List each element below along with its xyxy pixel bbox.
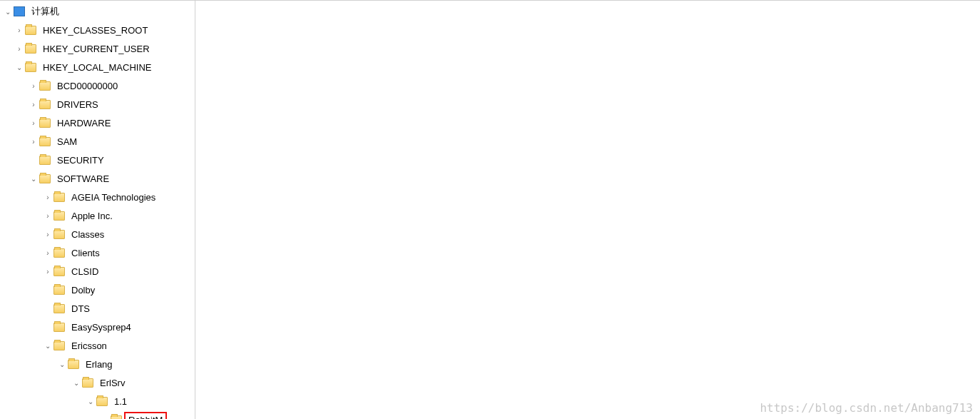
chevron-right-icon[interactable]: ›: [29, 99, 39, 109]
tree-label: Erlang: [83, 358, 115, 370]
folder-icon: [25, 26, 36, 35]
tree-node-erlsrv[interactable]: ⌄ ErlSrv: [0, 373, 195, 392]
chevron-down-icon[interactable]: ⌄: [43, 340, 53, 350]
folder-icon: [39, 137, 51, 146]
folder-icon: [82, 378, 93, 388]
folder-icon: [111, 415, 122, 420]
folder-icon: [25, 44, 36, 54]
registry-tree[interactable]: ⌄ 计算机 › HKEY_CLASSES_ROOT › HKEY_CURRENT…: [0, 1, 195, 419]
tree-node-dts[interactable]: DTS: [0, 299, 195, 318]
tree-label: SOFTWARE: [55, 173, 111, 185]
watermark-text: https://blog.csdn.net/Anbang713: [760, 401, 973, 415]
chevron-right-icon[interactable]: ›: [29, 81, 39, 91]
tree-node-hklm[interactable]: ⌄ HKEY_LOCAL_MACHINE: [0, 58, 195, 76]
tree-label: 计算机: [29, 4, 61, 19]
tree-node-apple[interactable]: › Apple Inc.: [0, 206, 195, 225]
tree-node-software[interactable]: ⌄ SOFTWARE: [0, 169, 195, 188]
tree-label: 1.1: [112, 395, 129, 408]
tree-node-11[interactable]: ⌄ 1.1: [0, 392, 195, 410]
tree-label: CLSID: [69, 266, 101, 278]
tree-label: HARDWARE: [55, 117, 113, 129]
chevron-right-icon[interactable]: ›: [43, 229, 53, 239]
tree-node-dolby[interactable]: Dolby: [0, 281, 195, 299]
chevron-down-icon[interactable]: ⌄: [86, 396, 96, 406]
folder-icon: [53, 248, 65, 258]
chevron-right-icon[interactable]: ›: [43, 192, 53, 202]
tree-label: RabbitM: [126, 414, 165, 420]
folder-icon: [96, 397, 108, 406]
chevron-down-icon[interactable]: ⌄: [14, 62, 24, 72]
tree-node-hkcu[interactable]: › HKEY_CURRENT_USER: [0, 39, 195, 58]
folder-icon: [68, 360, 79, 369]
chevron-down-icon[interactable]: ⌄: [57, 359, 67, 369]
tree-label: Clients: [69, 247, 102, 259]
folder-icon: [53, 230, 65, 239]
tree-label: ErlSrv: [98, 377, 127, 389]
tree-label: EasySysprep4: [69, 321, 133, 333]
tree-label: Apple Inc.: [69, 210, 115, 222]
chevron-right-icon[interactable]: ›: [43, 248, 53, 258]
tree-label: Dolby: [69, 284, 97, 296]
tree-node-ageia[interactable]: › AGEIA Technologies: [0, 188, 195, 206]
tree-label: HKEY_CLASSES_ROOT: [41, 24, 150, 36]
tree-label: BCD00000000: [55, 80, 120, 92]
folder-icon: [53, 341, 65, 350]
chevron-right-icon[interactable]: ›: [43, 211, 53, 221]
tree-node-classes[interactable]: › Classes: [0, 225, 195, 243]
tree-node-easysys[interactable]: EasySysprep4: [0, 318, 195, 336]
chevron-right-icon[interactable]: ›: [29, 136, 39, 146]
tree-node-erlang[interactable]: ⌄ Erlang: [0, 355, 195, 373]
folder-icon: [39, 81, 51, 91]
tree-node-hardware[interactable]: › HARDWARE: [0, 113, 195, 132]
folder-icon: [25, 63, 36, 72]
chevron-right-icon[interactable]: ›: [29, 118, 39, 128]
tree-label: SAM: [55, 136, 79, 148]
chevron-down-icon[interactable]: ⌄: [3, 6, 13, 16]
tree-node-bcd[interactable]: › BCD00000000: [0, 76, 195, 95]
tree-node-sam[interactable]: › SAM: [0, 132, 195, 151]
tree-label: HKEY_LOCAL_MACHINE: [41, 61, 153, 74]
chevron-right-icon[interactable]: ›: [14, 44, 24, 54]
tree-node-drivers[interactable]: › DRIVERS: [0, 95, 195, 113]
tree-label: SECURITY: [55, 154, 106, 166]
tree-label: DRIVERS: [55, 99, 101, 111]
tree-node-computer[interactable]: ⌄ 计算机: [0, 2, 195, 21]
folder-icon: [39, 156, 51, 165]
chevron-right-icon[interactable]: ›: [43, 266, 53, 276]
tree-node-hkcr[interactable]: › HKEY_CLASSES_ROOT: [0, 21, 195, 39]
folder-icon: [39, 174, 51, 183]
folder-icon: [53, 286, 65, 295]
tree-label: Ericsson: [69, 340, 109, 352]
tree-label: DTS: [69, 303, 92, 315]
tree-node-ericsson[interactable]: ⌄ Ericsson: [0, 336, 195, 355]
tree-node-clients[interactable]: › Clients: [0, 243, 195, 262]
tree-label: AGEIA Technologies: [69, 191, 158, 203]
folder-icon: [53, 267, 65, 276]
folder-icon: [53, 323, 65, 332]
folder-icon: [39, 118, 51, 128]
folder-icon: [53, 211, 65, 221]
chevron-down-icon[interactable]: ⌄: [29, 173, 39, 183]
chevron-down-icon[interactable]: ⌄: [71, 378, 81, 388]
chevron-right-icon[interactable]: ›: [14, 25, 24, 35]
folder-icon: [53, 193, 65, 202]
tree-node-security[interactable]: SECURITY: [0, 151, 195, 169]
tree-label: HKEY_CURRENT_USER: [41, 43, 152, 55]
computer-icon: [14, 6, 25, 16]
tree-label: Classes: [69, 228, 106, 241]
tree-node-clsid[interactable]: › CLSID: [0, 262, 195, 281]
folder-icon: [53, 304, 65, 313]
tree-node-rabbitm[interactable]: RabbitM: [0, 410, 195, 419]
folder-icon: [39, 100, 51, 109]
